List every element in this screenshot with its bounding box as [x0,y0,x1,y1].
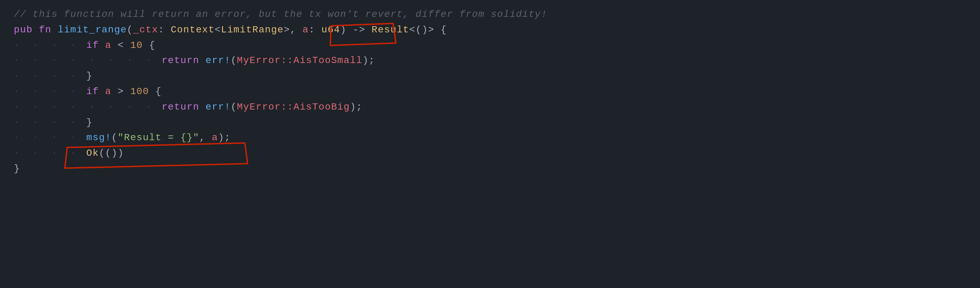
code-line-10: · · · · Ok(()) [14,146,966,161]
kw-fn: fn [39,22,51,38]
code-line-3: · · · · if a < 10 { [14,38,966,54]
code-line-2: pub fn limit_range(_ctx: Context<LimitRa… [14,22,966,38]
comment-text: // this function will return an error, b… [14,7,547,22]
indent-dots: · · · · · · · · [14,100,158,115]
code-line-6: · · · · if a > 100 { [14,84,966,100]
fn-name: limit_range [57,22,127,38]
kw-pub: pub [14,22,33,38]
indent-dots: · · · · [14,38,83,54]
code-line-5: · · · · } [14,68,966,84]
code-editor: // this function will return an error, b… [14,7,966,177]
indent-dots: · · · · [14,68,83,84]
indent-dots: · · · · [14,84,83,100]
code-line-8: · · · · } [14,115,966,131]
indent-dots: · · · · [14,146,83,161]
indent-dots: · · · · [14,115,83,131]
code-line-1: // this function will return an error, b… [14,7,966,22]
code-line-7: · · · · · · · · return err!(MyError::Ais… [14,100,966,115]
indent-dots: · · · · · · · · [14,53,158,68]
code-line-11: } [14,161,966,177]
code-line-9: · · · · msg!("Result = {}", a); [14,130,966,146]
indent-dots: · · · · [14,130,83,146]
code-line-4: · · · · · · · · return err!(MyError::Ais… [14,53,966,68]
